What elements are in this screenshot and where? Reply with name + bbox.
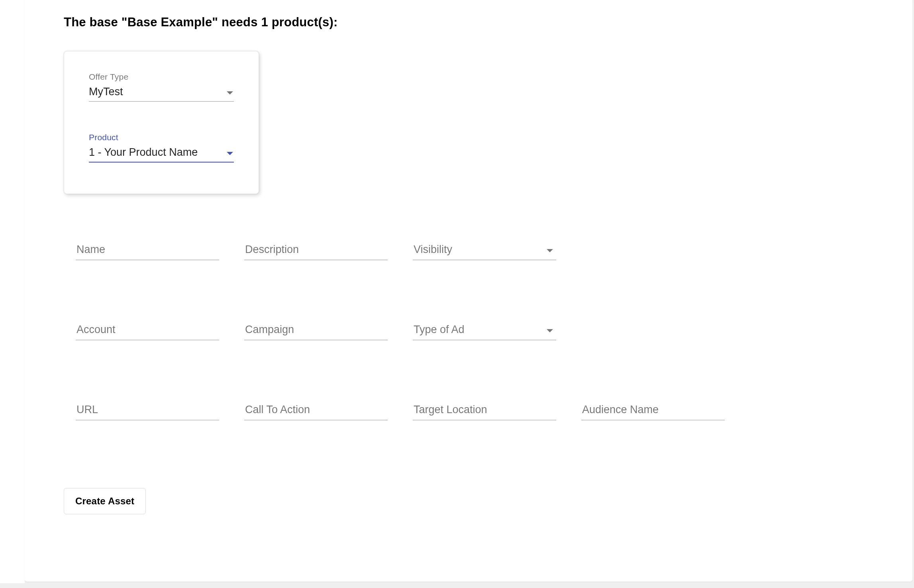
visibility-placeholder: Visibility: [414, 243, 452, 256]
dropdown-icon: [547, 249, 553, 252]
offer-type-field: Offer Type MyTest: [89, 72, 234, 102]
offer-type-label: Offer Type: [89, 72, 234, 82]
dropdown-icon: [227, 91, 233, 94]
main-panel: The base "Base Example" needs 1 product(…: [25, 0, 912, 582]
product-card: Offer Type MyTest Product 1 - Your Produ…: [64, 51, 259, 194]
product-label: Product: [89, 133, 234, 142]
dropdown-icon: [227, 152, 233, 155]
visibility-field: Visibility: [413, 242, 556, 260]
product-select[interactable]: 1 - Your Product Name: [89, 145, 234, 163]
create-asset-button[interactable]: Create Asset: [64, 488, 146, 514]
target-location-input[interactable]: [413, 402, 556, 420]
type-of-ad-placeholder: Type of Ad: [414, 323, 465, 336]
campaign-input[interactable]: [244, 322, 388, 340]
spacer-row2: [581, 322, 725, 340]
visibility-select[interactable]: Visibility: [413, 242, 556, 260]
call-to-action-input[interactable]: [244, 402, 388, 420]
asset-form: Visibility Type of Ad: [76, 242, 873, 420]
audience-name-field: [581, 402, 725, 420]
url-field: [76, 402, 219, 420]
audience-name-input[interactable]: [581, 402, 725, 420]
left-sidebar-strip: [0, 0, 25, 583]
product-field: Product 1 - Your Product Name: [89, 133, 234, 163]
name-field: [76, 242, 219, 260]
target-location-field: [413, 402, 556, 420]
spacer-row1: [581, 242, 725, 260]
description-field: [244, 242, 388, 260]
type-of-ad-field: Type of Ad: [413, 322, 556, 340]
offer-type-select[interactable]: MyTest: [89, 85, 234, 102]
call-to-action-field: [244, 402, 388, 420]
offer-type-value: MyTest: [89, 86, 123, 98]
campaign-field: [244, 322, 388, 340]
page-title: The base "Base Example" needs 1 product(…: [64, 15, 873, 29]
name-input[interactable]: [76, 242, 219, 260]
type-of-ad-select[interactable]: Type of Ad: [413, 322, 556, 340]
dropdown-icon: [547, 329, 553, 332]
account-input[interactable]: [76, 322, 219, 340]
account-field: [76, 322, 219, 340]
description-input[interactable]: [244, 242, 388, 260]
page-background: The base "Base Example" needs 1 product(…: [0, 0, 914, 588]
product-value: 1 - Your Product Name: [89, 146, 198, 159]
url-input[interactable]: [76, 402, 219, 420]
